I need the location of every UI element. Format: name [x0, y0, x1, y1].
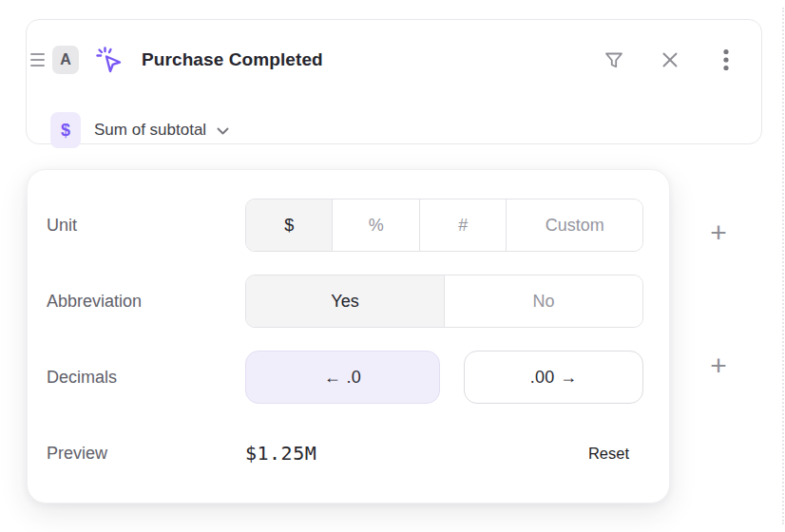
unit-option-custom[interactable]: Custom [506, 200, 642, 251]
unit-option-number[interactable]: # [419, 200, 506, 251]
chevron-down-icon[interactable] [215, 123, 231, 139]
metric-dollar-chip[interactable]: $ [50, 112, 81, 148]
more-options-icon[interactable] [714, 48, 738, 72]
unit-option-percent[interactable]: % [332, 200, 418, 251]
event-title[interactable]: Purchase Completed [142, 49, 323, 70]
event-card: A Purchase Completed [26, 19, 762, 144]
decimals-increase-button[interactable]: .00 → [464, 351, 643, 404]
add-event-button[interactable]: + [704, 218, 733, 247]
abbreviation-segmented-control: Yes No [245, 275, 643, 328]
decimals-decrease-button[interactable]: ← .0 [245, 351, 440, 404]
reset-button[interactable]: Reset [588, 445, 629, 463]
decimals-row: Decimals ← .0 .00 → [47, 351, 643, 404]
preview-value: $1.25M [245, 442, 316, 465]
close-icon[interactable] [658, 48, 682, 72]
unit-segmented-control: $ % # Custom [245, 199, 643, 252]
preview-row: Preview $1.25M Reset [47, 440, 643, 466]
format-panel: Unit $ % # Custom Abbreviation Yes No De… [27, 169, 670, 504]
filter-icon[interactable] [602, 48, 626, 72]
drag-handle-icon[interactable] [30, 53, 45, 66]
unit-row: Unit $ % # Custom [47, 199, 643, 252]
abbreviation-option-no[interactable]: No [444, 276, 642, 327]
metric-label[interactable]: Sum of subtotal [94, 121, 206, 140]
unit-label: Unit [47, 216, 245, 236]
decimals-label: Decimals [47, 368, 245, 388]
event-click-icon [94, 45, 124, 75]
dropzone-edge [782, 8, 784, 524]
preview-label: Preview [47, 444, 245, 464]
abbreviation-row: Abbreviation Yes No [47, 275, 643, 328]
event-row-badge: A [52, 46, 79, 74]
add-metric-button[interactable]: + [704, 352, 733, 380]
unit-option-dollar[interactable]: $ [246, 200, 332, 251]
abbreviation-label: Abbreviation [47, 292, 245, 312]
abbreviation-option-yes[interactable]: Yes [246, 276, 444, 327]
